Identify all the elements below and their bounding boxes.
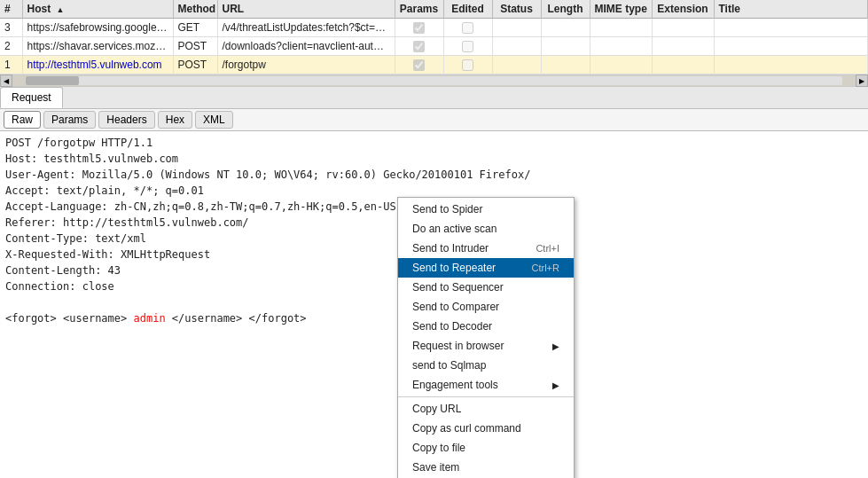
row-host: https://safebrowsing.googleapis... — [22, 19, 173, 37]
menu-item-send-comparer[interactable]: Send to Comparer — [398, 297, 574, 317]
menu-item-label: Copy as curl command — [412, 422, 521, 435]
menu-item-send-sequencer[interactable]: Send to Sequencer — [398, 278, 574, 297]
table-header-row: # Host ▲ Method URL Params Edited Status… — [0, 0, 868, 19]
menu-item-label: Send to Decoder — [412, 320, 492, 333]
row-status — [492, 56, 541, 74]
table-row[interactable]: 2 https://shavar.services.mozilla.c... P… — [0, 37, 868, 56]
table-row[interactable]: 3 https://safebrowsing.googleapis... GET… — [0, 19, 868, 37]
menu-item-send-repeater[interactable]: Send to Repeater Ctrl+R — [398, 258, 574, 278]
menu-item-shortcut: Ctrl+R — [532, 263, 559, 273]
col-header-url[interactable]: URL — [217, 0, 395, 19]
menu-separator — [398, 396, 574, 397]
menu-item-engagement[interactable]: Engagement tools ▶ — [398, 375, 574, 395]
col-header-status[interactable]: Status — [492, 0, 541, 19]
row-title — [714, 56, 868, 74]
col-header-length[interactable]: Length — [541, 0, 590, 19]
sub-tab-headers[interactable]: Headers — [98, 111, 154, 129]
horizontal-scrollbar[interactable]: ◀ ▶ — [0, 74, 868, 87]
sub-tab-params[interactable]: Params — [43, 111, 96, 129]
col-header-ext[interactable]: Extension — [652, 0, 714, 19]
col-header-params[interactable]: Params — [395, 0, 443, 19]
row-length — [541, 19, 590, 37]
scroll-thumb[interactable] — [26, 76, 79, 85]
menu-item-active-scan[interactable]: Do an active scan — [398, 219, 574, 239]
scroll-left-arrow[interactable]: ◀ — [0, 74, 12, 87]
row-edited — [443, 37, 492, 56]
host-link[interactable]: http://testhtml5.vulnweb.com — [27, 59, 162, 71]
menu-item-request-browser[interactable]: Request in browser ▶ — [398, 336, 574, 356]
row-params — [395, 37, 443, 56]
row-edited — [443, 19, 492, 37]
menu-item-label: Save item — [412, 461, 459, 474]
row-status — [492, 19, 541, 37]
menu-item-send-intruder[interactable]: Send to Intruder Ctrl+I — [398, 239, 574, 258]
menu-item-send-decoder[interactable]: Send to Decoder — [398, 317, 574, 336]
content-line: Host: testhtml5.vulnweb.com — [5, 151, 863, 167]
menu-item-label: Send to Sequencer — [412, 281, 504, 294]
col-header-num[interactable]: # — [0, 0, 22, 19]
row-title — [714, 19, 868, 37]
row-method: GET — [173, 19, 217, 37]
content-line: User-Agent: Mozilla/5.0 (Windows NT 10.0… — [5, 167, 863, 183]
menu-item-copy-curl[interactable]: Copy as curl command — [398, 419, 574, 438]
content-line: POST /forgotpw HTTP/1.1 — [5, 135, 863, 151]
menu-item-copy-file[interactable]: Copy to file — [398, 438, 574, 458]
scroll-right-arrow[interactable]: ▶ — [856, 74, 868, 87]
context-menu: Send to Spider Do an active scan Send to… — [397, 197, 575, 478]
tab-request-label: Request — [12, 91, 51, 104]
row-mime — [590, 19, 652, 37]
sub-tab-xml[interactable]: XML — [195, 111, 233, 129]
menu-item-label: Send to Spider — [412, 203, 482, 215]
row-num: 3 — [0, 19, 22, 37]
row-status — [492, 37, 541, 56]
row-ext — [652, 19, 714, 37]
submenu-arrow: ▶ — [552, 341, 559, 351]
row-mime — [590, 37, 652, 56]
scroll-track[interactable] — [26, 76, 842, 85]
row-title — [714, 37, 868, 56]
tab-request[interactable]: Request — [0, 87, 63, 108]
col-header-title[interactable]: Title — [714, 0, 868, 19]
col-header-host[interactable]: Host ▲ — [22, 0, 173, 19]
menu-item-sqlmap[interactable]: send to Sqlmap — [398, 356, 574, 375]
params-checkbox[interactable] — [413, 59, 425, 71]
row-url: /forgotpw — [217, 56, 395, 74]
menu-item-label: Do an active scan — [412, 223, 497, 235]
menu-item-label: Send to Comparer — [412, 301, 499, 313]
red-text-admin: admin — [134, 312, 166, 325]
row-host: https://shavar.services.mozilla.c... — [22, 37, 173, 56]
params-checkbox[interactable] — [413, 22, 425, 34]
row-method: POST — [173, 37, 217, 56]
row-mime — [590, 56, 652, 74]
requests-table: # Host ▲ Method URL Params Edited Status… — [0, 0, 868, 74]
col-header-mime[interactable]: MIME type — [590, 0, 652, 19]
menu-item-label: Request in browser — [412, 340, 504, 352]
col-header-edited[interactable]: Edited — [443, 0, 492, 19]
row-length — [541, 56, 590, 74]
edited-checkbox[interactable] — [462, 59, 473, 71]
params-checkbox[interactable] — [413, 41, 425, 52]
row-url: /v4/threatListUpdates:fetch?$ct=applic..… — [217, 19, 395, 37]
tabs-row: Request — [0, 87, 868, 109]
menu-item-send-spider[interactable]: Send to Spider — [398, 200, 574, 219]
row-edited — [443, 56, 492, 74]
row-params — [395, 56, 443, 74]
menu-item-copy-url[interactable]: Copy URL — [398, 399, 574, 419]
row-num: 2 — [0, 37, 22, 56]
submenu-arrow: ▶ — [552, 380, 559, 390]
row-num: 1 — [0, 56, 22, 74]
row-host: http://testhtml5.vulnweb.com — [22, 56, 173, 74]
col-header-method[interactable]: Method — [173, 0, 217, 19]
sub-tab-hex[interactable]: Hex — [158, 111, 192, 129]
row-ext — [652, 56, 714, 74]
sub-tab-raw[interactable]: Raw — [4, 111, 41, 129]
edited-checkbox[interactable] — [462, 22, 473, 34]
table-row-selected[interactable]: 1 http://testhtml5.vulnweb.com POST /for… — [0, 56, 868, 74]
menu-item-label: Send to Intruder — [412, 242, 489, 255]
row-ext — [652, 37, 714, 56]
menu-item-label: Engagement tools — [412, 379, 498, 391]
menu-item-save[interactable]: Save item — [398, 458, 574, 477]
edited-checkbox[interactable] — [462, 41, 473, 52]
row-method: POST — [173, 56, 217, 74]
row-length — [541, 37, 590, 56]
